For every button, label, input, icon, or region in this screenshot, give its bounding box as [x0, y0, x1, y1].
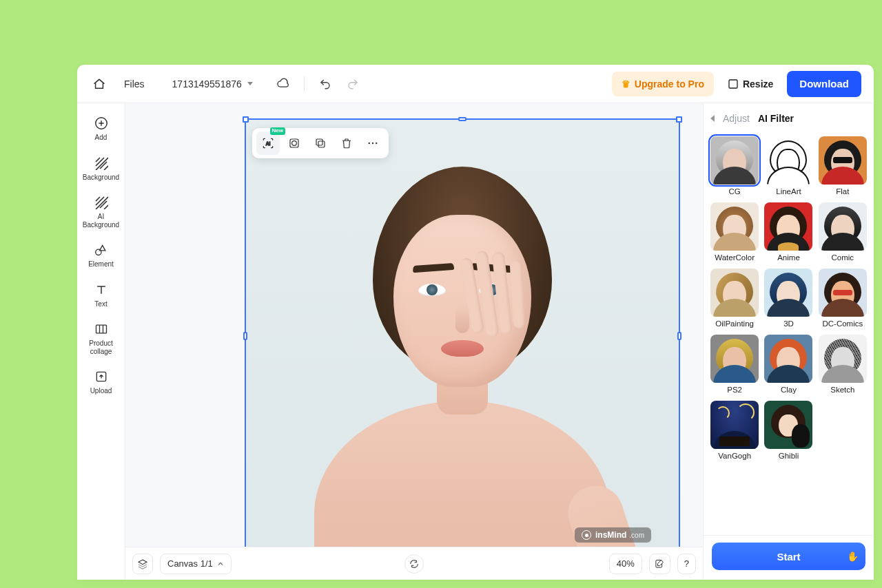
- svg-rect-0: [729, 80, 737, 88]
- resize-handle[interactable]: [458, 117, 466, 121]
- tab-adjust[interactable]: Adjust: [723, 113, 750, 124]
- sidebar-item-element[interactable]: Element: [79, 238, 123, 273]
- filter-clay[interactable]: Clay: [764, 335, 812, 394]
- divider: [304, 76, 305, 92]
- resize-handle[interactable]: [676, 116, 682, 123]
- svg-point-11: [372, 143, 373, 144]
- filter-oilpainting[interactable]: OilPainting: [710, 269, 759, 328]
- portrait-illustration: [304, 139, 621, 552]
- resize-handle[interactable]: [243, 116, 249, 123]
- upgrade-button[interactable]: ♛ Upgrade to Pro: [612, 72, 714, 96]
- hand-pointer-icon: ✋: [847, 551, 859, 562]
- sidebar-item-label: Add: [95, 134, 107, 142]
- sidebar-item-label: Product collage: [89, 339, 112, 355]
- filter-label: Comic: [832, 253, 854, 262]
- filter-comic[interactable]: Comic: [819, 202, 867, 262]
- canvas-area[interactable]: insMind.com AI New: [125, 103, 703, 580]
- resize-label: Resize: [743, 78, 773, 90]
- duplicate-button[interactable]: [309, 132, 332, 155]
- watermark-logo-icon: [582, 530, 591, 540]
- topbar: Files 1713149551876 ♛ Upgrade to Pro Res…: [77, 65, 874, 103]
- svg-text:AI: AI: [266, 141, 271, 146]
- collage-icon: [94, 322, 109, 337]
- refresh-button[interactable]: [404, 554, 424, 574]
- sidebar-item-text[interactable]: Text: [79, 278, 123, 313]
- selection-toolbar: AI New: [252, 128, 389, 158]
- sidebar-item-product-collage[interactable]: Product collage: [79, 317, 123, 359]
- start-button[interactable]: Start ✋: [712, 543, 865, 570]
- right-panel: Adjust AI Filter CGLineArtFlatWaterColor…: [703, 103, 874, 580]
- tab-ai-filter[interactable]: AI Filter: [758, 113, 794, 124]
- start-label: Start: [777, 551, 800, 563]
- filter-label: PS2: [727, 386, 742, 394]
- svg-rect-9: [316, 139, 322, 145]
- filter-sketch[interactable]: Sketch: [819, 335, 867, 394]
- filter-ps2[interactable]: PS2: [710, 335, 759, 394]
- help-button[interactable]: ?: [677, 554, 696, 574]
- edit-meta-button[interactable]: [649, 554, 670, 574]
- canvas-picker[interactable]: Canvas 1/1: [160, 554, 232, 574]
- filter-label: Clay: [781, 386, 797, 394]
- cloud-sync-icon[interactable]: [274, 74, 293, 94]
- sidebar-item-background[interactable]: Background: [79, 151, 123, 186]
- sidebar-item-label: Element: [88, 260, 114, 269]
- right-panel-header: Adjust AI Filter: [704, 103, 874, 134]
- filter-lineart[interactable]: LineArt: [764, 136, 812, 196]
- svg-rect-8: [318, 141, 325, 147]
- filter-label: Ghibli: [779, 452, 799, 460]
- filter-thumb: [710, 269, 759, 317]
- sidebar-item-upload[interactable]: Upload: [79, 365, 123, 399]
- resize-handle[interactable]: [677, 332, 681, 340]
- canvas-image[interactable]: insMind.com: [246, 120, 679, 552]
- filter-label: CG: [729, 187, 741, 196]
- filter-cg[interactable]: CG: [710, 136, 759, 196]
- filter-thumb: [819, 269, 867, 317]
- files-menu[interactable]: Files: [124, 78, 145, 90]
- app-body: Add Background AI Background Element Tex…: [77, 103, 874, 580]
- filter-thumb: [819, 202, 867, 251]
- zoom-level[interactable]: 40%: [609, 554, 642, 574]
- filter-label: LineArt: [776, 187, 801, 196]
- mask-tool-button[interactable]: [283, 132, 306, 155]
- filter-thumb: [764, 202, 812, 251]
- filter-label: Flat: [836, 187, 849, 196]
- chevron-down-icon: [247, 82, 253, 85]
- redo-button[interactable]: [343, 74, 362, 94]
- back-icon[interactable]: [710, 115, 715, 122]
- text-icon: [94, 282, 109, 297]
- filter-watercolor[interactable]: WaterColor: [710, 202, 759, 262]
- watermark-suffix: .com: [629, 532, 644, 539]
- left-sidebar: Add Background AI Background Element Tex…: [77, 103, 125, 580]
- download-button[interactable]: Download: [787, 71, 861, 97]
- filter-3d[interactable]: 3D: [764, 269, 812, 328]
- resize-handle[interactable]: [243, 332, 247, 340]
- filter-ghibli[interactable]: Ghibli: [764, 401, 812, 460]
- shapes-icon: [94, 242, 109, 258]
- svg-rect-3: [96, 325, 106, 333]
- sidebar-item-ai-background[interactable]: AI Background: [79, 191, 123, 233]
- undo-button[interactable]: [316, 74, 335, 94]
- delete-button[interactable]: [335, 132, 358, 155]
- more-button[interactable]: [361, 132, 384, 155]
- ai-tool-button[interactable]: AI New: [256, 132, 280, 155]
- filter-label: OilPainting: [715, 319, 754, 328]
- resize-button[interactable]: Resize: [722, 78, 779, 90]
- layers-button[interactable]: [132, 554, 153, 574]
- filter-dc-comics[interactable]: DC-Comics: [819, 269, 867, 328]
- filter-thumb: [710, 136, 759, 185]
- upload-icon: [94, 369, 109, 384]
- watermark-brand: insMind: [595, 530, 626, 540]
- project-name-dropdown[interactable]: 1713149551876: [172, 78, 253, 90]
- svg-point-7: [292, 141, 297, 146]
- sidebar-item-add[interactable]: Add: [79, 112, 123, 146]
- filter-anime[interactable]: Anime: [764, 202, 812, 262]
- filter-label: Anime: [777, 253, 800, 262]
- filter-label: Sketch: [830, 386, 854, 394]
- filter-flat[interactable]: Flat: [819, 136, 867, 196]
- sidebar-item-label: Text: [94, 300, 107, 308]
- sidebar-item-label: Upload: [90, 387, 112, 395]
- filter-label: VanGogh: [718, 452, 751, 460]
- upgrade-label: Upgrade to Pro: [635, 78, 704, 90]
- filter-vangogh[interactable]: VanGogh: [710, 401, 759, 460]
- home-icon[interactable]: [90, 74, 109, 94]
